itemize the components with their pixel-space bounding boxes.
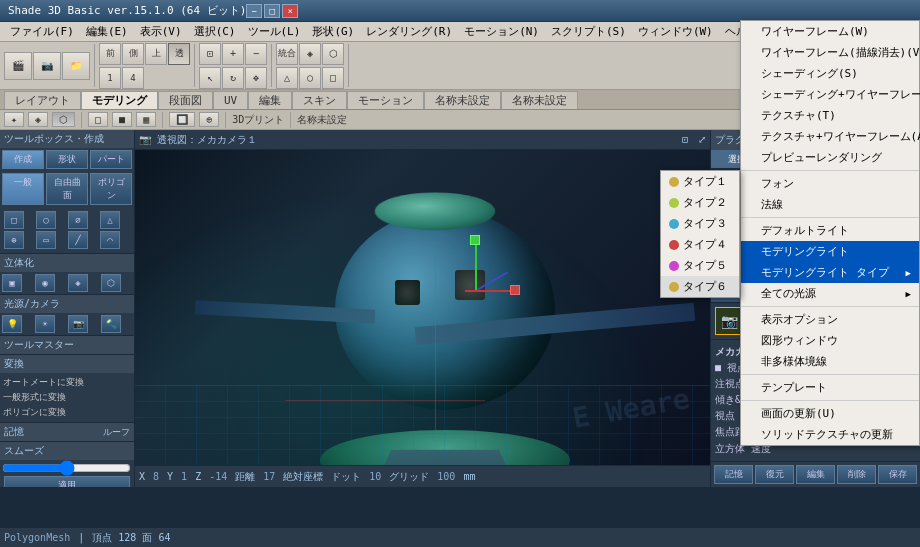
tab-uv[interactable]: UV: [213, 91, 248, 109]
shape-line[interactable]: ╱: [68, 231, 88, 249]
menu-script[interactable]: スクリプト(S): [545, 22, 632, 41]
ctx-normal[interactable]: 法線: [741, 194, 919, 215]
create-btn[interactable]: 作成: [2, 150, 44, 169]
menu-tools[interactable]: ツール(L): [242, 22, 307, 41]
smooth-apply[interactable]: 適用: [4, 476, 130, 487]
view-side[interactable]: 側: [122, 43, 144, 65]
menu-view[interactable]: 表示(V): [134, 22, 188, 41]
tab-settings[interactable]: 名称未設定: [424, 91, 501, 109]
viewport-canvas[interactable]: E Weare: [135, 150, 710, 465]
solidify-1[interactable]: ▣: [2, 274, 22, 292]
shape-cylinder[interactable]: ⌀: [68, 211, 88, 229]
zoom-fit[interactable]: ⊡: [199, 43, 221, 65]
sub-type6[interactable]: タイプ６: [661, 276, 739, 297]
tab-motion[interactable]: モーション: [347, 91, 424, 109]
tab-general[interactable]: 一般: [2, 173, 44, 205]
ctx-phong[interactable]: フォン: [741, 173, 919, 194]
menu-edit[interactable]: 編集(E): [80, 22, 134, 41]
ctx-texture[interactable]: テクスチャ(T): [741, 105, 919, 126]
btn-restore[interactable]: 復元: [755, 465, 794, 484]
menu-file[interactable]: ファイル(F): [4, 22, 80, 41]
t2-solid[interactable]: ■: [112, 112, 132, 127]
figure-btn[interactable]: 形状: [46, 150, 88, 169]
ctx-template[interactable]: テンプレート: [741, 377, 919, 398]
shape-sphere[interactable]: ○: [36, 211, 56, 229]
sub-type4[interactable]: タイプ４: [661, 234, 739, 255]
btn-delete[interactable]: 削除: [837, 465, 876, 484]
render-button[interactable]: 🎬: [4, 52, 32, 80]
smooth-slider[interactable]: [2, 462, 131, 474]
menu-select[interactable]: 選択(C): [188, 22, 242, 41]
btn-edit[interactable]: 編集: [796, 465, 835, 484]
sub-type3[interactable]: タイプ３: [661, 213, 739, 234]
solidify-2[interactable]: ◉: [35, 274, 55, 292]
solidify-3[interactable]: ◈: [68, 274, 88, 292]
zoom-fit-icon[interactable]: ⊡: [682, 134, 688, 145]
t2-texture[interactable]: ▦: [136, 112, 156, 127]
maximize-button[interactable]: □: [264, 4, 280, 18]
light-4[interactable]: 🔦: [101, 315, 121, 333]
shape-bezier[interactable]: ⌒: [100, 231, 120, 249]
cam-btn-camera[interactable]: 📷: [715, 307, 743, 335]
sub-type1[interactable]: タイプ１: [661, 171, 739, 192]
tool1[interactable]: ◈: [299, 43, 321, 65]
select-btn[interactable]: ↖: [199, 67, 221, 89]
ctx-all-lights[interactable]: 全ての光源 ▶: [741, 283, 919, 304]
zoom-out[interactable]: −: [245, 43, 267, 65]
t2-btn3[interactable]: ⬡: [52, 112, 75, 127]
ctx-shading-wire[interactable]: シェーディング+ワイヤーフレーム(H): [741, 84, 919, 105]
close-button[interactable]: ×: [282, 4, 298, 18]
merge-btn[interactable]: 統合: [276, 43, 298, 65]
tab-freeform[interactable]: 自由曲面: [46, 173, 88, 205]
ctx-shading[interactable]: シェーディング(S): [741, 63, 919, 84]
view-persp[interactable]: 透: [168, 43, 190, 65]
ctx-wireframe[interactable]: ワイヤーフレーム(W): [741, 21, 919, 42]
menu-render[interactable]: レンダリング(R): [360, 22, 458, 41]
t2-btn1[interactable]: ✦: [4, 112, 24, 127]
light-1[interactable]: 💡: [2, 315, 22, 333]
tab-polygon[interactable]: ポリゴン: [90, 173, 132, 205]
solidify-4[interactable]: ⬡: [101, 274, 121, 292]
menu-motion[interactable]: モーション(N): [458, 22, 545, 41]
tab-skin[interactable]: スキン: [292, 91, 347, 109]
menu-window[interactable]: ウィンドウ(W): [632, 22, 719, 41]
pan-btn[interactable]: ✥: [245, 67, 267, 89]
ctx-shape-window[interactable]: 図形ウィンドウ: [741, 330, 919, 351]
tab-modeling[interactable]: モデリング: [81, 91, 158, 109]
layout-2[interactable]: 4: [122, 67, 144, 89]
t2-axis[interactable]: ⊕: [199, 112, 219, 127]
rotate-btn[interactable]: ↻: [222, 67, 244, 89]
shape-plane[interactable]: ▭: [36, 231, 56, 249]
ctx-modeling-light-type[interactable]: モデリングライト タイプ ▶: [741, 262, 919, 283]
ctx-modeling-light[interactable]: モデリングライト: [741, 241, 919, 262]
view-front[interactable]: 前: [99, 43, 121, 65]
t2-btn2[interactable]: ◈: [28, 112, 48, 127]
btn-save[interactable]: 保存: [878, 465, 917, 484]
tool5[interactable]: □: [322, 67, 344, 89]
ctx-texture-wire[interactable]: テクスチャ+ワイヤーフレーム(A): [741, 126, 919, 147]
light-3[interactable]: 📷: [68, 315, 88, 333]
ctx-preview-render[interactable]: プレビューレンダリング: [741, 147, 919, 168]
ctx-display-options[interactable]: 表示オプション: [741, 309, 919, 330]
t2-snap[interactable]: 🔲: [169, 112, 195, 127]
btn-remember[interactable]: 記憶: [714, 465, 753, 484]
open-button[interactable]: 📁: [62, 52, 90, 80]
tab-edit[interactable]: 編集: [248, 91, 292, 109]
sub-type2[interactable]: タイプ２: [661, 192, 739, 213]
shape-cone[interactable]: △: [100, 211, 120, 229]
zoom-in[interactable]: +: [222, 43, 244, 65]
ctx-non-manifold[interactable]: 非多様体境線: [741, 351, 919, 372]
ctx-refresh[interactable]: 画面の更新(U): [741, 403, 919, 424]
layout-1[interactable]: 1: [99, 67, 121, 89]
shape-torus[interactable]: ⊕: [4, 231, 24, 249]
sub-type5[interactable]: タイプ５: [661, 255, 739, 276]
part-btn[interactable]: パート: [90, 150, 132, 169]
ctx-solid-texture-update[interactable]: ソリッドテクスチャの更新: [741, 424, 919, 445]
camera-button[interactable]: 📷: [33, 52, 61, 80]
tool4[interactable]: ○: [299, 67, 321, 89]
view-top[interactable]: 上: [145, 43, 167, 65]
ctx-default-light[interactable]: デフォルトライト: [741, 220, 919, 241]
tab-settings2[interactable]: 名称未設定: [501, 91, 578, 109]
maximize-icon[interactable]: ⤢: [698, 134, 706, 145]
tab-layout[interactable]: レイアウト: [4, 91, 81, 109]
